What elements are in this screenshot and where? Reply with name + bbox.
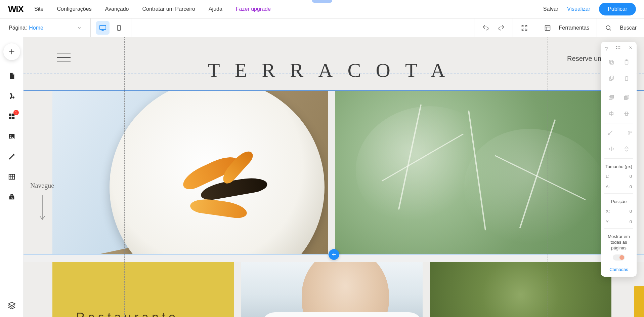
menu-help[interactable]: Ajuda xyxy=(209,6,222,12)
top-handle[interactable] xyxy=(312,0,332,3)
height-value[interactable]: 0 xyxy=(630,184,632,189)
height-label: A: xyxy=(606,184,610,189)
apps-icon[interactable]: 1 xyxy=(7,112,16,121)
undo-button[interactable] xyxy=(482,24,490,32)
editor-canvas[interactable]: TERRACOTA Reserve uma Navegue Restaurant… xyxy=(24,37,644,317)
tools-group[interactable]: Ferramentas xyxy=(536,18,597,37)
svg-rect-0 xyxy=(100,25,106,29)
svg-point-22 xyxy=(10,135,11,136)
flip-horizontal-icon[interactable] xyxy=(607,144,616,154)
svg-point-35 xyxy=(616,48,617,49)
x-label: X: xyxy=(606,209,610,214)
zoom-out-icon[interactable] xyxy=(520,24,528,32)
bring-forward-icon[interactable] xyxy=(607,93,616,102)
svg-point-32 xyxy=(616,46,617,47)
restaurant-card[interactable]: Restaurantevegano xyxy=(52,262,234,317)
page-label: Página: xyxy=(9,25,27,31)
horizontal-guide xyxy=(24,74,644,74)
publish-button[interactable]: Publicar xyxy=(599,3,636,15)
search-group[interactable]: Buscar xyxy=(597,18,644,37)
add-element-button[interactable] xyxy=(3,43,20,60)
copy-icon[interactable] xyxy=(607,57,616,67)
preview-button[interactable]: Visualizar xyxy=(567,6,590,12)
topbar-right: Salvar Visualizar Publicar xyxy=(543,3,636,15)
menu-site[interactable]: Site xyxy=(34,6,44,12)
width-label: L: xyxy=(606,174,609,179)
menu-hire-partner[interactable]: Contratar um Parceiro xyxy=(142,6,195,12)
arrow-down-icon[interactable] xyxy=(39,195,46,222)
svg-marker-28 xyxy=(8,302,15,306)
right-guide xyxy=(548,37,548,317)
top-menu-bar: WiX Site Configurações Avançado Contrata… xyxy=(0,0,644,18)
duplicate-icon[interactable] xyxy=(607,74,616,83)
rotation-value[interactable]: 0° xyxy=(628,130,632,135)
width-value[interactable]: 0 xyxy=(630,174,632,179)
save-button[interactable]: Salvar xyxy=(543,6,558,12)
restaurant-heading[interactable]: Restaurantevegano xyxy=(76,309,214,317)
layers-icon[interactable] xyxy=(7,301,16,310)
panel-drag-handle-icon[interactable] xyxy=(616,46,620,51)
navigate-label[interactable]: Navegue xyxy=(30,182,54,190)
blog-icon[interactable] xyxy=(7,152,16,161)
theme-icon[interactable] xyxy=(7,92,16,101)
y-value[interactable]: 0 xyxy=(630,219,632,224)
svg-rect-20 xyxy=(12,117,14,119)
page-selector[interactable]: Página: Home xyxy=(0,18,91,37)
rotation-icon[interactable] xyxy=(606,128,615,137)
search-label: Buscar xyxy=(620,25,637,31)
svg-rect-23 xyxy=(9,174,14,180)
size-section-title: Tamanho (px) xyxy=(601,160,637,171)
menu-config[interactable]: Configurações xyxy=(57,6,91,12)
mobile-view-button[interactable] xyxy=(112,21,126,35)
zoom-group xyxy=(513,18,536,37)
media-icon[interactable] xyxy=(7,132,16,141)
history-group xyxy=(474,18,513,37)
left-sidebar: 1 A xyxy=(0,37,24,317)
wix-logo[interactable]: WiX xyxy=(8,4,24,14)
menu-upgrade[interactable]: Fazer upgrade xyxy=(236,6,271,12)
chef-image[interactable] xyxy=(241,262,423,317)
search-icon xyxy=(604,24,612,32)
svg-text:A: A xyxy=(11,196,13,199)
flip-vertical-icon[interactable] xyxy=(622,144,631,154)
x-value[interactable]: 0 xyxy=(630,209,632,214)
floating-toolbar[interactable]: ? 0° Tamanho (px) L: 0 A: 0 xyxy=(601,42,637,277)
svg-point-33 xyxy=(618,46,619,47)
pages-icon[interactable] xyxy=(7,72,16,80)
align-horizontal-icon[interactable] xyxy=(607,109,616,118)
hero-image-right[interactable] xyxy=(335,90,611,254)
svg-rect-17 xyxy=(9,114,11,116)
tools-label: Ferramentas xyxy=(559,25,590,31)
site-header-section[interactable]: TERRACOTA Reserve uma xyxy=(24,37,644,91)
paste-icon[interactable] xyxy=(622,57,631,67)
business-icon[interactable]: A xyxy=(7,193,16,201)
layers-link[interactable]: Camadas xyxy=(601,264,637,272)
align-vertical-icon[interactable] xyxy=(622,109,631,118)
menu-advanced[interactable]: Avançado xyxy=(105,6,129,12)
hamburger-menu-icon[interactable] xyxy=(57,53,71,62)
svg-rect-9 xyxy=(545,25,550,30)
svg-point-12 xyxy=(606,26,610,30)
delete-icon[interactable] xyxy=(622,74,631,83)
svg-rect-41 xyxy=(609,60,612,63)
layout-icon xyxy=(544,24,552,32)
hero-image-left[interactable] xyxy=(52,90,328,254)
redo-button[interactable] xyxy=(497,24,505,32)
salad-image[interactable] xyxy=(430,262,611,317)
svg-rect-40 xyxy=(610,61,613,64)
show-all-pages-toggle[interactable] xyxy=(613,254,625,261)
site-title[interactable]: TERRACOTA xyxy=(208,59,460,82)
svg-rect-49 xyxy=(624,96,627,100)
content-manager-icon[interactable] xyxy=(7,172,16,181)
panel-close-icon[interactable] xyxy=(629,46,633,51)
page-name: Home xyxy=(29,25,43,31)
apps-badge: 1 xyxy=(13,110,19,115)
editor-toolbar: Página: Home xyxy=(0,18,644,37)
panel-help-icon[interactable]: ? xyxy=(605,46,608,51)
show-all-pages-label: Mostrar emtodas aspáginas xyxy=(601,230,637,253)
svg-point-34 xyxy=(619,46,620,47)
add-section-button[interactable] xyxy=(329,249,339,260)
send-backward-icon[interactable] xyxy=(622,93,631,102)
y-label: Y: xyxy=(606,219,610,224)
desktop-view-button[interactable] xyxy=(96,21,110,35)
